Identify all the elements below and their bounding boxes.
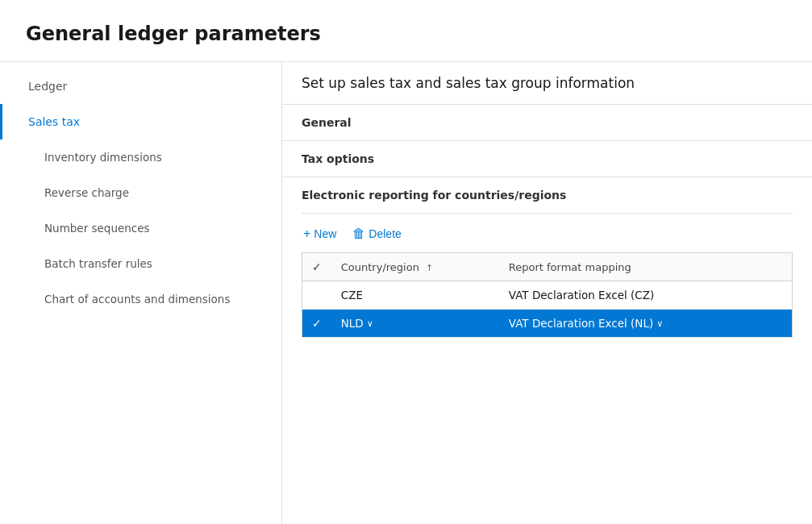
plus-icon: + <box>303 227 310 241</box>
row-nld-report-link[interactable]: VAT Declaration Excel (NL) ∨ <box>509 317 751 330</box>
table-row[interactable]: CZE VAT Declaration Excel (CZ) <box>302 281 793 310</box>
general-section-label: General <box>282 105 812 140</box>
table-header-report-format: Report format mapping <box>499 253 760 281</box>
row-nld-extra <box>760 310 793 338</box>
new-button-label: New <box>314 227 336 240</box>
main-content: Set up sales tax and sales tax group inf… <box>282 62 812 524</box>
sidebar-item-sales-tax[interactable]: Sales tax <box>0 104 281 139</box>
sidebar-item-chart-of-accounts[interactable]: Chart of accounts and dimensions <box>0 281 281 317</box>
country-dropdown-icon: ∨ <box>367 318 373 329</box>
row-cze-extra <box>760 281 793 310</box>
row-nld-check: ✓ <box>302 310 331 338</box>
table-header-extra <box>760 253 793 281</box>
page-title: General ledger parameters <box>0 0 812 61</box>
sidebar-item-reverse-charge-label: Reverse charge <box>44 186 129 199</box>
page-wrapper: General ledger parameters Ledger Sales t… <box>0 0 812 524</box>
content-area: Ledger Sales tax Inventory dimensions Re… <box>0 61 812 524</box>
general-section: General <box>282 105 812 141</box>
section-header-title: Set up sales tax and sales tax group inf… <box>302 75 635 91</box>
sidebar-item-number-sequences-label: Number sequences <box>44 222 150 235</box>
trash-icon: 🗑 <box>352 227 365 241</box>
table-header-row: ✓ Country/region ↑ Report format mapping <box>302 253 793 281</box>
row-nld-report[interactable]: VAT Declaration Excel (NL) ∨ <box>499 310 760 338</box>
sidebar-item-batch-transfer-rules[interactable]: Batch transfer rules <box>0 246 281 281</box>
table-header-country[interactable]: Country/region ↑ <box>331 253 499 281</box>
sidebar-item-sales-tax-label: Sales tax <box>28 115 80 128</box>
sidebar-item-ledger[interactable]: Ledger <box>0 69 281 104</box>
sidebar-item-reverse-charge[interactable]: Reverse charge <box>0 175 281 210</box>
report-dropdown-icon: ∨ <box>656 318 663 329</box>
header-check-icon: ✓ <box>312 260 322 273</box>
er-toolbar: + New 🗑 Delete <box>302 223 793 244</box>
sidebar-item-number-sequences[interactable]: Number sequences <box>0 210 281 246</box>
sidebar-item-inventory-dimensions-label: Inventory dimensions <box>44 151 162 164</box>
row-nld-country[interactable]: NLD ∨ <box>331 310 499 338</box>
delete-button-label: Delete <box>369 227 401 240</box>
er-section-title: Electronic reporting for countries/regio… <box>302 177 793 214</box>
table-row[interactable]: ✓ NLD ∨ VAT Declaration Excel (NL) <box>302 310 793 338</box>
er-table: ✓ Country/region ↑ Report format mapping <box>302 252 793 338</box>
new-button[interactable]: + New <box>302 223 338 244</box>
table-header-check: ✓ <box>302 253 331 281</box>
row-cze-check <box>302 281 331 310</box>
sidebar-item-batch-transfer-rules-label: Batch transfer rules <box>44 257 152 270</box>
row-cze-report[interactable]: VAT Declaration Excel (CZ) <box>499 281 760 310</box>
section-header: Set up sales tax and sales tax group inf… <box>282 62 812 105</box>
sort-country-icon: ↑ <box>426 263 433 273</box>
row-nld-country-link[interactable]: NLD ∨ <box>341 317 489 330</box>
row-cze-country[interactable]: CZE <box>331 281 499 310</box>
sidebar-item-chart-of-accounts-label: Chart of accounts and dimensions <box>44 293 230 306</box>
sidebar-item-inventory-dimensions[interactable]: Inventory dimensions <box>0 139 281 175</box>
sidebar-item-ledger-label: Ledger <box>28 80 67 93</box>
er-section: Electronic reporting for countries/regio… <box>282 177 812 357</box>
row-nld-check-icon: ✓ <box>312 317 322 330</box>
row-nld-report-value: VAT Declaration Excel (NL) <box>509 317 653 330</box>
sidebar: Ledger Sales tax Inventory dimensions Re… <box>0 62 282 524</box>
row-nld-country-value: NLD <box>341 317 364 330</box>
tax-options-section: Tax options <box>282 141 812 177</box>
delete-button[interactable]: 🗑 Delete <box>351 223 402 244</box>
tax-options-section-label: Tax options <box>282 141 812 177</box>
